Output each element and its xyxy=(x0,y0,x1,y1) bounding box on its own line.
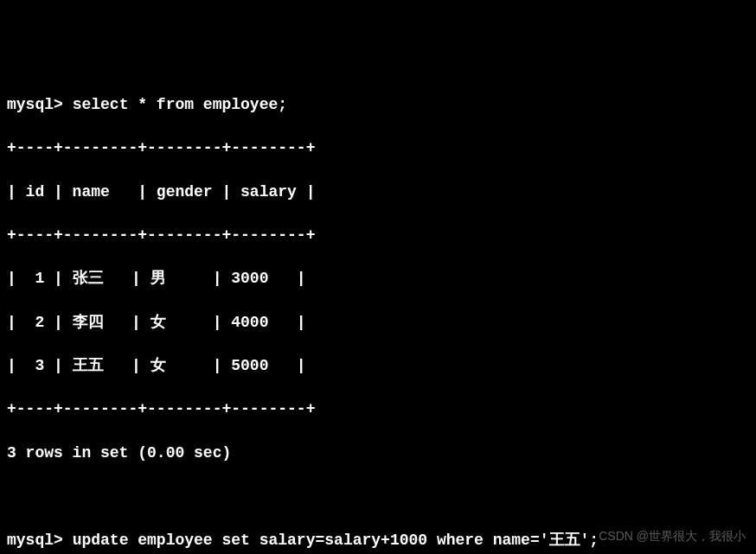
table-border: +----+--------+--------+--------+ xyxy=(7,225,749,246)
mysql-prompt: mysql> xyxy=(7,96,73,113)
table-header: | id | name | gender | salary | xyxy=(7,181,749,203)
table-border: +----+--------+--------+--------+ xyxy=(7,398,749,420)
result-summary: 3 rows in set (0.00 sec) xyxy=(7,443,749,464)
mysql-prompt: mysql> xyxy=(7,532,73,549)
table-row: | 3 | 王五 | 女 | 5000 | xyxy=(7,355,749,377)
table-row: | 2 | 李四 | 女 | 4000 | xyxy=(7,312,749,334)
sql-update: update employee set salary=salary+1000 w… xyxy=(73,532,599,549)
table-row: | 1 | 张三 | 男 | 3000 | xyxy=(7,268,749,290)
query-line-1: mysql> select * from employee; xyxy=(7,94,749,116)
sql-select-1: select * from employee; xyxy=(73,96,287,113)
watermark: CSDN @世界很大，我很小 xyxy=(599,528,746,545)
blank-line xyxy=(7,486,749,507)
table-border: +----+--------+--------+--------+ xyxy=(7,137,749,159)
